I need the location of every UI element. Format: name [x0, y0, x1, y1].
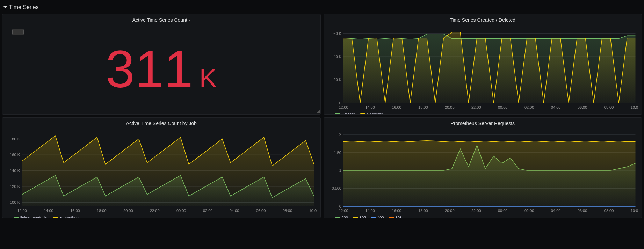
legend-label: Removed - [367, 112, 386, 115]
chart-body[interactable]: 100 K120 K140 K160 K180 K12:0014:0016:00… [2, 127, 320, 214]
svg-text:02:00: 02:00 [524, 105, 534, 109]
svg-text:00:00: 00:00 [498, 105, 507, 109]
chart-svg: 100 K120 K140 K160 K180 K12:0014:0016:00… [6, 129, 317, 214]
svg-text:08:00: 08:00 [283, 208, 292, 213]
legend-swatch [360, 113, 365, 115]
legend-label: Created [342, 112, 355, 115]
svg-text:1.50: 1.50 [334, 151, 341, 155]
legend-item[interactable]: Created [335, 112, 355, 115]
legend-label: prometheus [60, 215, 80, 218]
legend-swatch [14, 217, 19, 218]
svg-text:22:00: 22:00 [150, 208, 160, 213]
panel-title[interactable]: Active Time Series Count ▾ [2, 14, 320, 24]
svg-text:20:00: 20:00 [445, 208, 455, 213]
svg-text:10:00: 10:00 [630, 105, 638, 109]
svg-text:20:00: 20:00 [123, 208, 133, 213]
svg-text:08:00: 08:00 [604, 208, 614, 213]
svg-text:10:00: 10:00 [309, 208, 317, 213]
svg-text:40 K: 40 K [333, 54, 341, 59]
svg-text:18:00: 18:00 [418, 105, 428, 109]
legend: linkerd-controllerprometheus [2, 214, 320, 218]
svg-text:1: 1 [339, 168, 341, 173]
legend-item[interactable]: 503 [389, 215, 402, 218]
svg-text:12:00: 12:00 [339, 208, 348, 213]
svg-text:08:00: 08:00 [604, 105, 614, 109]
legend-label: linkerd-controller [20, 215, 49, 218]
legend-swatch [353, 217, 358, 218]
svg-text:100 K: 100 K [10, 200, 20, 205]
chart-body[interactable]: 020 K40 K60 K12:0014:0016:0018:0020:0022… [324, 24, 642, 111]
panel-grid: Active Time Series Count ▾ total 311K ◢ … [2, 14, 642, 218]
stat-body: total 311K [2, 24, 320, 114]
svg-text:14:00: 14:00 [365, 208, 375, 213]
panel-by-job[interactable]: Active Time Series Count by Job 100 K120… [2, 117, 321, 218]
panel-active-count[interactable]: Active Time Series Count ▾ total 311K ◢ [2, 14, 321, 115]
legend-swatch [335, 217, 340, 218]
svg-text:180 K: 180 K [10, 137, 20, 141]
chart-svg: 020 K40 K60 K12:0014:0016:0018:0020:0022… [327, 25, 638, 111]
legend-item[interactable]: 302 [353, 215, 366, 218]
stat-value: 311K [106, 43, 217, 95]
legend-swatch [371, 217, 376, 218]
svg-text:06:00: 06:00 [256, 208, 266, 213]
svg-text:00:00: 00:00 [498, 208, 507, 213]
chevron-down-icon: ▾ [189, 18, 190, 22]
svg-text:0: 0 [339, 204, 341, 208]
svg-text:20 K: 20 K [333, 78, 341, 82]
legend-item[interactable]: linkerd-controller [14, 215, 49, 218]
panel-requests[interactable]: Prometheus Server Requests 00.50011.5021… [324, 117, 642, 218]
legend-swatch [389, 217, 394, 218]
legend-item[interactable]: 200 [335, 215, 348, 218]
panel-created-deleted[interactable]: Time Series Created / Deleted 020 K40 K6… [324, 14, 642, 115]
legend-label: 302 [360, 215, 366, 218]
legend-label: 400 [377, 215, 384, 218]
panel-title[interactable]: Active Time Series Count by Job [2, 118, 320, 127]
stat-badge: total [12, 29, 24, 35]
legend: CreatedRemoved - [324, 111, 642, 115]
svg-text:14:00: 14:00 [44, 208, 53, 213]
svg-text:20:00: 20:00 [445, 105, 455, 109]
svg-text:0: 0 [339, 101, 341, 105]
panel-title[interactable]: Time Series Created / Deleted [324, 14, 642, 24]
svg-text:2: 2 [339, 132, 341, 137]
svg-text:16:00: 16:00 [392, 105, 401, 109]
svg-text:04:00: 04:00 [551, 208, 560, 213]
svg-text:02:00: 02:00 [203, 208, 213, 213]
svg-text:16:00: 16:00 [392, 208, 401, 213]
svg-text:04:00: 04:00 [230, 208, 239, 213]
svg-text:22:00: 22:00 [471, 105, 481, 109]
legend: 200302400503 [324, 214, 642, 218]
legend-item[interactable]: prometheus [53, 215, 80, 218]
svg-text:12:00: 12:00 [339, 105, 348, 109]
chevron-down-icon [3, 6, 7, 8]
legend-swatch [53, 217, 58, 218]
chart-body[interactable]: 00.50011.50212:0014:0016:0018:0020:0022:… [324, 127, 642, 214]
svg-text:10:00: 10:00 [630, 208, 638, 213]
chart-svg: 00.50011.50212:0014:0016:0018:0020:0022:… [327, 129, 638, 214]
svg-text:160 K: 160 K [10, 153, 20, 157]
svg-text:16:00: 16:00 [70, 208, 80, 213]
svg-text:14:00: 14:00 [365, 105, 375, 109]
panel-title[interactable]: Prometheus Server Requests [324, 118, 642, 127]
legend-item[interactable]: 400 [371, 215, 384, 218]
svg-text:22:00: 22:00 [471, 208, 481, 213]
resize-handle-icon[interactable]: ◢ [317, 109, 320, 113]
svg-text:60 K: 60 K [333, 31, 341, 36]
svg-text:04:00: 04:00 [551, 105, 560, 109]
svg-text:06:00: 06:00 [577, 105, 587, 109]
svg-text:140 K: 140 K [10, 169, 20, 173]
svg-text:06:00: 06:00 [577, 208, 587, 213]
svg-text:18:00: 18:00 [418, 208, 428, 213]
row-title: Time Series [9, 4, 39, 10]
svg-text:00:00: 00:00 [176, 208, 186, 213]
legend-swatch [335, 113, 340, 115]
svg-text:18:00: 18:00 [97, 208, 107, 213]
svg-text:12:00: 12:00 [17, 208, 27, 213]
svg-text:02:00: 02:00 [524, 208, 534, 213]
svg-text:120 K: 120 K [10, 184, 20, 189]
legend-item[interactable]: Removed - [360, 112, 386, 115]
svg-text:0.500: 0.500 [332, 186, 341, 190]
legend-label: 503 [396, 215, 402, 218]
row-header[interactable]: Time Series [2, 2, 642, 13]
legend-label: 200 [342, 215, 348, 218]
